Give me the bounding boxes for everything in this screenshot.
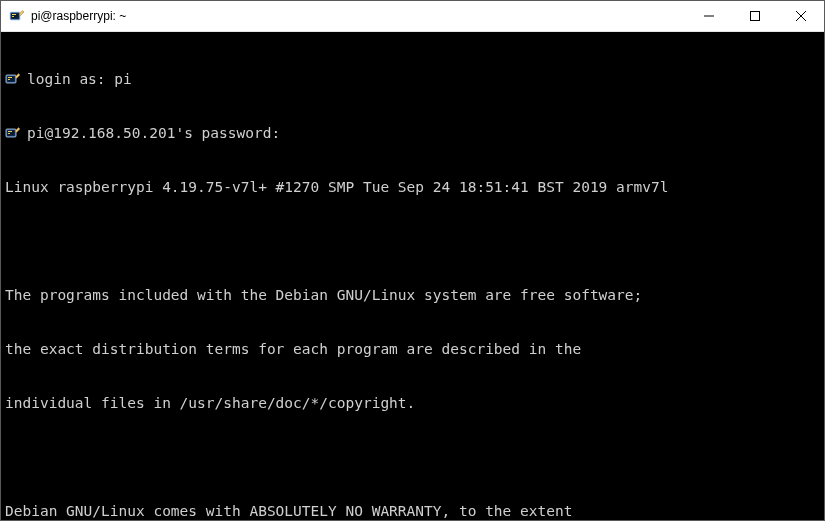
- banner-line: Linux raspberrypi 4.19.75-v7l+ #1270 SMP…: [5, 178, 820, 196]
- putty-prompt-icon: [5, 125, 21, 141]
- window-controls: [686, 1, 824, 31]
- motd-line: the exact distribution terms for each pr…: [5, 340, 820, 358]
- minimize-button[interactable]: [686, 1, 732, 31]
- minimize-icon: [704, 11, 714, 21]
- motd-line: Debian GNU/Linux comes with ABSOLUTELY N…: [5, 502, 820, 520]
- terminal-area[interactable]: login as: pi pi@192.168.50.201's passwor…: [1, 32, 824, 520]
- titlebar[interactable]: pi@raspberrypi: ~: [1, 1, 824, 32]
- login-text: login as: pi: [27, 70, 132, 88]
- putty-window: pi@raspberrypi: ~ login as: pi pi@192.16…: [0, 0, 825, 521]
- maximize-button[interactable]: [732, 1, 778, 31]
- svg-rect-4: [751, 12, 760, 21]
- motd-line: individual files in /usr/share/doc/*/cop…: [5, 394, 820, 412]
- putty-app-icon: [9, 8, 25, 24]
- login-line: login as: pi: [5, 70, 820, 88]
- close-icon: [796, 11, 806, 21]
- window-title: pi@raspberrypi: ~: [31, 9, 126, 23]
- password-line: pi@192.168.50.201's password:: [5, 124, 820, 142]
- close-button[interactable]: [778, 1, 824, 31]
- blank-line: [5, 232, 820, 250]
- password-text: pi@192.168.50.201's password:: [27, 124, 280, 142]
- blank-line: [5, 448, 820, 466]
- putty-prompt-icon: [5, 71, 21, 87]
- maximize-icon: [750, 11, 760, 21]
- motd-line: The programs included with the Debian GN…: [5, 286, 820, 304]
